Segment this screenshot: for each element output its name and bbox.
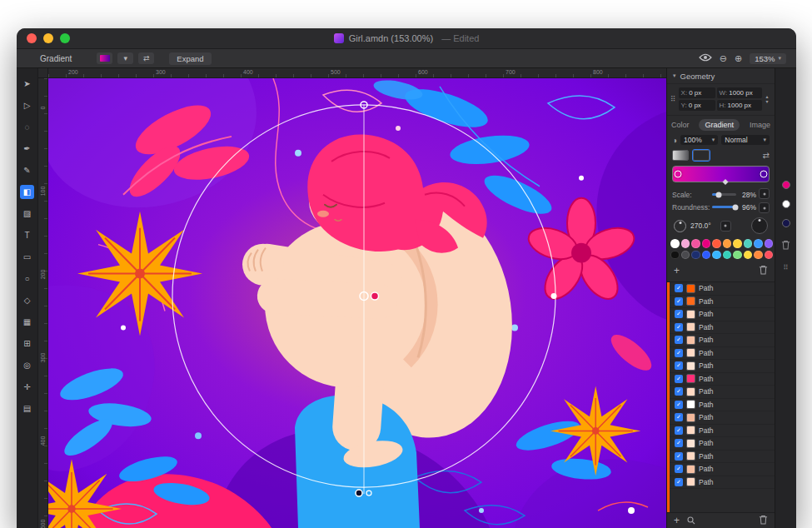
scale-slider[interactable] [712,193,736,196]
layer-row[interactable]: ✓Path [667,373,775,386]
y-field[interactable]: Y: 0 px [679,100,715,111]
opacity-select[interactable]: 100% ▾ [680,135,718,145]
layer-visibility-checkbox[interactable]: ✓ [675,349,683,357]
layer-row[interactable]: ✓Path [667,308,775,321]
text-tool[interactable]: T [20,228,34,242]
x-field[interactable]: X: 0 px [679,87,715,98]
zoom-tool[interactable]: ◎ [20,358,34,372]
scale-option-button[interactable] [759,188,770,199]
gradient-type-linear-button[interactable] [672,150,689,161]
layer-row[interactable]: ✓Path [667,386,775,399]
layer-visibility-checkbox[interactable]: ✓ [675,387,683,396]
rotation-option-button[interactable] [720,221,731,232]
anchor-point-selector[interactable]: ⠿ [670,95,676,103]
symbol-tool[interactable]: ▦ [20,315,34,329]
zoom-level-select[interactable]: 153% ▾ [750,53,786,64]
zoom-in-icon[interactable]: ⊕ [735,54,742,63]
color-swatch[interactable] [712,239,721,248]
layer-visibility-checkbox[interactable]: ✓ [675,361,683,370]
layer-visibility-checkbox[interactable]: ✓ [675,284,683,292]
color-swatch[interactable] [744,251,753,260]
layer-visibility-checkbox[interactable]: ✓ [675,478,683,486]
layer-row[interactable]: ✓Path [667,399,775,412]
layer-row[interactable]: ✓Path [667,334,775,347]
color-swatch[interactable] [670,251,680,260]
color-swatch[interactable] [702,251,711,260]
layer-visibility-checkbox[interactable]: ✓ [675,452,683,461]
gradient-stop-end[interactable] [760,171,768,178]
color-swatch[interactable] [733,239,742,248]
gradient-stop-handle[interactable] [371,292,379,300]
color-swatch[interactable] [681,251,690,260]
roundness-slider-thumb[interactable] [732,204,738,210]
rectangle-tool[interactable]: ▭ [20,250,34,264]
view-tool[interactable]: ▤ [20,401,34,416]
color-swatch[interactable] [754,251,763,260]
layer-visibility-checkbox[interactable]: ✓ [675,439,683,447]
gradient-tool[interactable]: ◧ [20,185,34,199]
layer-visibility-checkbox[interactable]: ✓ [675,375,683,383]
layer-row[interactable]: ✓Path [667,282,775,296]
layer-row[interactable]: ✓Path [667,451,775,464]
layer-visibility-checkbox[interactable]: ✓ [675,323,683,331]
secondary-dial[interactable] [751,217,768,234]
secondary-color-well[interactable] [782,219,790,227]
layer-row[interactable]: ✓Path [667,463,775,476]
node-tool[interactable]: ▷ [20,98,34,112]
layer-visibility-checkbox[interactable]: ✓ [675,426,683,435]
zoom-out-icon[interactable]: ⊖ [720,54,727,63]
fill-swatch-button[interactable]: ▾ [117,52,133,64]
crop-tool[interactable]: ⊞ [20,336,34,351]
minimize-button[interactable] [43,33,53,43]
expand-button[interactable]: Expand [169,52,211,65]
preview-eye-icon[interactable] [699,53,712,63]
gradient-end-handle[interactable] [356,490,362,496]
gradient-stop-start[interactable] [674,171,681,178]
color-swatch[interactable] [681,239,690,248]
tab-gradient[interactable]: Gradient [699,119,740,131]
layer-visibility-checkbox[interactable]: ✓ [675,465,683,473]
rotation-dial[interactable] [674,220,686,232]
layer-row[interactable]: ✓Path [667,476,775,490]
move-tool[interactable]: ➤ [20,77,34,91]
styles-grid-icon[interactable]: ⠿ [784,264,789,271]
tab-image[interactable]: Image [744,119,776,131]
color-swatch[interactable] [702,239,711,248]
layer-row[interactable]: ✓Path [667,425,775,438]
gradient-bar[interactable] [672,166,770,182]
roundness-option-button[interactable] [759,202,770,213]
color-swatch[interactable] [691,251,700,260]
hand-tool[interactable]: ✛ [20,380,34,394]
add-stop-button[interactable]: + [674,266,680,275]
stepper-down-icon[interactable]: ▾ [766,99,769,104]
reverse-gradient-icon[interactable]: ⇄ [763,151,770,160]
color-swatch[interactable] [765,251,774,260]
size-stepper[interactable]: ▴ ▾ [766,94,769,104]
ellipse-tool[interactable]: ○ [20,271,34,286]
swap-fill-button[interactable]: ⇄ [138,52,154,64]
color-swatch[interactable] [691,239,700,248]
color-swatch[interactable] [765,239,774,248]
layer-row[interactable]: ✓Path [667,296,775,309]
transparency-tool[interactable]: ▨ [20,207,34,221]
layer-visibility-checkbox[interactable]: ✓ [675,336,683,344]
layer-visibility-checkbox[interactable]: ✓ [675,297,683,306]
layers-search-icon[interactable] [687,513,695,528]
layer-visibility-checkbox[interactable]: ✓ [675,401,683,409]
width-field[interactable]: W: 1000 px [717,87,762,98]
layer-row[interactable]: ✓Path [667,347,775,361]
layer-row[interactable]: ✓Path [667,411,775,425]
color-swatch[interactable] [754,239,763,248]
add-layer-button[interactable]: + [674,516,680,525]
color-swatch[interactable] [733,251,742,260]
blend-mode-select[interactable]: Normal ▾ [721,135,770,145]
roundness-slider[interactable] [712,206,736,208]
zoom-window-button[interactable] [60,33,70,43]
color-swatch[interactable] [723,251,732,260]
layer-visibility-checkbox[interactable]: ✓ [675,413,683,421]
tab-color[interactable]: Color [665,119,695,131]
color-swatch[interactable] [712,251,721,260]
layer-row[interactable]: ✓Path [667,360,775,373]
color-swatch[interactable] [723,239,732,248]
geometry-header[interactable]: ▾ Geometry [667,68,775,84]
